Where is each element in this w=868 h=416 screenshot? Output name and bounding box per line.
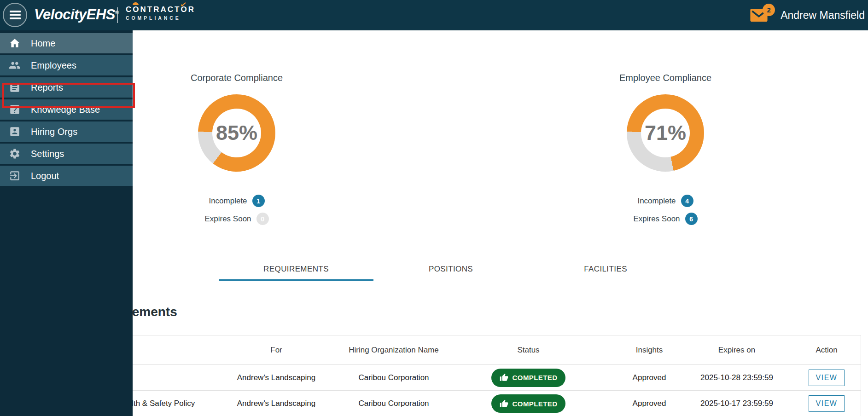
report-icon xyxy=(9,81,21,93)
stat-label: Incomplete xyxy=(209,196,247,206)
donut-chart: 85% xyxy=(198,94,275,172)
compliance-card: Corporate Compliance 85% Incomplete 1 Ex… xyxy=(152,73,321,225)
sidebar-item-label: Home xyxy=(31,38,55,49)
stat-count-badge: 1 xyxy=(252,195,265,207)
sidebar-item-label: Settings xyxy=(31,149,64,159)
sidebar-item-label: Hiring Orgs xyxy=(31,127,77,137)
sidebar-item-settings[interactable]: Settings xyxy=(0,144,133,164)
hamburger-menu-icon[interactable] xyxy=(3,3,27,27)
column-header-hiring-organization-name: Hiring Organization Name xyxy=(348,346,440,355)
sidebar-item-label: Logout xyxy=(31,171,59,181)
user-name[interactable]: Andrew Mansfield xyxy=(781,9,865,22)
status-badge: COMPLETED xyxy=(491,394,566,413)
sidebar-item-logout[interactable]: Logout xyxy=(0,166,133,186)
column-header-expires-on: Expires on xyxy=(682,346,792,355)
cell-action: VIEW xyxy=(792,395,861,412)
sidebar-item-knowledge-base[interactable]: Knowledge Base xyxy=(0,99,133,120)
cell-status: COMPLETED xyxy=(440,394,617,413)
app-header: VelocityEHS® CONTRACTO✓R COMPLIANCE 2 An… xyxy=(0,0,868,30)
donut-chart: 71% xyxy=(627,94,704,172)
cell-status: COMPLETED xyxy=(440,369,617,387)
cell-insights: Approved xyxy=(617,373,682,382)
gear-icon xyxy=(9,148,21,160)
stat-label: Incomplete xyxy=(637,196,676,206)
sidebar-item-label: Reports xyxy=(31,82,63,93)
status-badge: COMPLETED xyxy=(491,369,566,387)
status-label: COMPLETED xyxy=(513,400,558,408)
column-header-action: Action xyxy=(792,346,861,355)
checkmark-icon: ✓ xyxy=(180,0,189,10)
cell-hiring-org: Caribou Corporation xyxy=(348,399,440,408)
brand-name: VelocityEHS xyxy=(34,6,115,23)
view-button[interactable]: VIEW xyxy=(809,395,845,412)
table-row: Andrew's Landscaping Caribou Corporation… xyxy=(5,365,861,391)
stat-row: Incomplete 4 xyxy=(581,195,750,207)
stat-count-badge: 4 xyxy=(681,195,693,207)
stat-count-badge: 0 xyxy=(256,213,269,225)
cell-for: Andrew's Landscaping xyxy=(205,399,348,408)
home-icon xyxy=(9,37,21,49)
cell-hiring-org: Caribou Corporation xyxy=(348,373,440,382)
sidebar-item-label: Knowledge Base xyxy=(31,104,100,115)
stat-label: Expires Soon xyxy=(633,214,680,224)
requirements-table: ForHiring Organization NameStatusInsight… xyxy=(5,335,861,416)
page: VelocityEHS® CONTRACTO✓R COMPLIANCE 2 An… xyxy=(0,0,868,416)
compliance-stats: Incomplete 4 Expires Soon 6 xyxy=(581,195,750,225)
cell-expires-on: 2025-10-17 23:59:59 xyxy=(682,399,792,408)
sidebar-item-home[interactable]: Home xyxy=(0,33,133,53)
compliance-stats: Incomplete 1 Expires Soon 0 xyxy=(152,195,321,225)
help-icon xyxy=(9,104,21,116)
mail-count-badge: 2 xyxy=(763,4,775,16)
people-icon xyxy=(9,59,21,71)
id-badge-icon xyxy=(9,126,21,138)
cell-action: VIEW xyxy=(792,370,861,386)
cell-expires-on: 2025-10-28 23:59:59 xyxy=(682,373,792,382)
mail-icon[interactable]: 2 xyxy=(750,7,769,23)
product-line1: CONTRACTO✓R xyxy=(126,6,195,13)
brand-divider xyxy=(117,7,118,23)
sidebar-item-hiring-orgs[interactable]: Hiring Orgs xyxy=(0,121,133,142)
hardhat-icon xyxy=(133,2,139,5)
cell-for: Andrew's Landscaping xyxy=(205,373,348,382)
logout-icon xyxy=(9,170,21,182)
brand-logo: VelocityEHS® xyxy=(34,6,119,23)
sidebar-item-label: Employees xyxy=(31,60,76,71)
stat-count-badge: 6 xyxy=(685,213,698,225)
compliance-card: Employee Compliance 71% Incomplete 4 Exp… xyxy=(581,73,750,225)
column-header-for: For xyxy=(205,346,348,355)
tab-requirements[interactable]: REQUIREMENTS xyxy=(219,259,373,281)
stat-label: Expires Soon xyxy=(204,214,251,224)
stat-row: Expires Soon 0 xyxy=(152,213,321,225)
donut-percent-label: 85% xyxy=(198,94,275,172)
view-button[interactable]: VIEW xyxy=(809,370,845,386)
tab-facilities[interactable]: FACILITIES xyxy=(528,259,683,281)
compliance-card-title: Corporate Compliance xyxy=(152,73,321,83)
status-label: COMPLETED xyxy=(513,374,558,381)
stat-row: Incomplete 1 xyxy=(152,195,321,207)
table-header-row: ForHiring Organization NameStatusInsight… xyxy=(5,335,861,365)
compliance-card-title: Employee Compliance xyxy=(581,73,750,83)
thumbs-up-icon xyxy=(500,399,508,408)
column-header-status: Status xyxy=(440,346,617,355)
thumbs-up-icon xyxy=(500,373,508,382)
product-logo: CONTRACTO✓R COMPLIANCE xyxy=(126,6,195,21)
stat-row: Expires Soon 6 xyxy=(581,213,750,225)
sidebar-nav: Home Employees Reports Knowledge Base Hi… xyxy=(0,30,133,416)
table-row: Health & Safety Policy Andrew's Landscap… xyxy=(5,391,861,416)
cell-insights: Approved xyxy=(617,399,682,408)
column-header-insights: Insights xyxy=(617,346,682,355)
sidebar-item-employees[interactable]: Employees xyxy=(0,55,133,75)
product-line2: COMPLIANCE xyxy=(126,16,195,21)
sidebar-item-reports[interactable]: Reports xyxy=(0,77,133,98)
donut-percent-label: 71% xyxy=(627,94,704,172)
tab-positions[interactable]: POSITIONS xyxy=(373,259,528,281)
tab-bar: REQUIREMENTSPOSITIONSFACILITIES xyxy=(219,259,683,281)
